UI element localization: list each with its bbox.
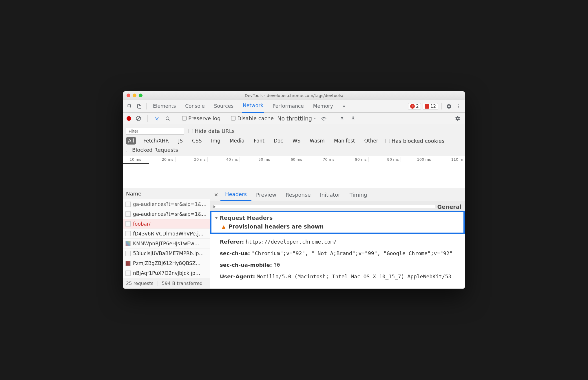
request-row[interactable]: nBjAqf1PuX7O2nvJbJck.jp… [123,268,210,278]
inspect-icon[interactable] [126,103,134,110]
blocked-requests-checkbox[interactable]: Blocked Requests [126,147,178,153]
request-row[interactable]: KMNWpnRJTP6eHJs1wEw… [123,239,210,249]
request-row[interactable]: fD43v6RiVCDlmo3WhVPe.j… [123,229,210,239]
header-row: sec-ch-ua-mobile: ?0 [210,259,465,271]
panel-tabs: Elements Console Sources Network Perform… [150,100,406,113]
has-blocked-cookies-checkbox[interactable]: Has blocked cookies [386,138,445,144]
close-icon[interactable] [127,94,130,97]
tab-network[interactable]: Network [242,100,264,113]
zoom-icon[interactable] [139,94,143,97]
type-media[interactable]: Media [228,137,246,145]
warning-icon: ▲ [222,224,225,229]
header-value: ?0 [274,262,280,268]
close-icon[interactable]: ✕ [212,192,220,198]
request-row[interactable]: 53IuclsjUVBaBME7MPRb.jp… [123,249,210,258]
tab-response[interactable]: Response [281,189,315,201]
tick: 50 ms [240,157,272,162]
header-value: Mozilla/5.0 (Macintosh; Intel Mac OS X 1… [257,273,451,279]
details-panel: ✕ Headers Preview Response Initiator Tim… [210,188,465,288]
tab-performance[interactable]: Performance [272,100,304,112]
tab-timing[interactable]: Timing [345,189,372,201]
panel-settings-icon[interactable] [454,115,461,122]
type-other[interactable]: Other [362,137,380,145]
hide-data-urls-checkbox[interactable]: Hide data URLs [189,128,235,134]
devtools-window: DevTools - developer.chrome.com/tags/dev… [123,91,465,289]
tab-headers[interactable]: Headers [220,188,251,201]
tab-initiator[interactable]: Initiator [315,189,345,201]
tab-sources[interactable]: Sources [213,100,234,112]
request-row[interactable]: ga-audiences?t=sr&aip=1&… [123,199,210,209]
details-tabs: ✕ Headers Preview Response Initiator Tim… [210,188,465,201]
request-name: ga-audiences?t=sr&aip=1&… [133,201,207,207]
type-css[interactable]: CSS [190,137,204,145]
provisional-warning-label: Provisional headers are shown [228,223,324,230]
section-request-headers-label: Request Headers [220,215,273,221]
section-request-headers[interactable]: Request Headers [215,215,460,221]
request-row[interactable]: PzmJZBgZBJ612Hy8QBSZ… [123,258,210,268]
svg-point-4 [458,106,459,107]
type-wasm[interactable]: Wasm [308,137,327,145]
header-row: User-Agent: Mozilla/5.0 (Macintosh; Inte… [210,271,465,282]
type-ws[interactable]: WS [291,137,303,145]
filter-input[interactable] [126,127,184,135]
type-fetch-xhr[interactable]: Fetch/XHR [141,137,171,145]
throttling-select[interactable]: No throttling [277,115,317,122]
settings-icon[interactable] [445,103,453,110]
file-icon [125,221,131,226]
split-view: Name ga-audiences?t=sr&aip=1&… ga-audien… [123,188,465,289]
kebab-icon[interactable] [454,103,462,110]
tab-memory[interactable]: Memory [313,100,334,112]
minimize-icon[interactable] [133,94,136,97]
tick: 70 ms [304,157,336,162]
errors-badge[interactable]: ✕ 2 [408,103,421,109]
preserve-log-checkbox[interactable]: Preserve log [182,115,220,121]
header-value: "Chromium";v="92", " Not A;Brand";v="99"… [252,250,453,256]
header-row: sec-ch-ua: "Chromium";v="92", " Not A;Br… [210,248,465,259]
network-conditions-icon[interactable] [320,115,328,122]
timeline-overview[interactable]: 10 ms 20 ms 30 ms 40 ms 50 ms 60 ms 70 m… [123,156,465,188]
request-name: fD43v6RiVCDlmo3WhVPe.j… [133,231,204,237]
tabs-overflow-icon[interactable]: » [342,100,346,112]
divider [177,115,177,122]
requests-panel: Name ga-audiences?t=sr&aip=1&… ga-audien… [123,188,210,288]
upload-icon[interactable] [338,115,346,122]
image-icon [125,241,131,246]
chevron-right-icon [213,205,435,208]
tab-preview[interactable]: Preview [251,189,281,201]
timeline-bar [123,163,149,164]
requests-header: Name [123,188,210,199]
clear-icon[interactable] [135,115,142,122]
type-js[interactable]: JS [176,137,185,145]
type-manifest[interactable]: Manifest [332,137,357,145]
record-icon[interactable] [127,116,131,121]
tick: 90 ms [369,157,401,162]
divider [333,115,333,122]
svg-point-3 [458,104,459,105]
disable-cache-checkbox[interactable]: Disable cache [231,115,274,121]
type-doc[interactable]: Doc [272,137,285,145]
request-row-error[interactable]: foobar/ [123,219,210,229]
device-icon[interactable] [135,103,143,110]
timeline-chart[interactable] [123,162,465,188]
blocked-requests-label: Blocked Requests [132,147,178,153]
type-all[interactable]: All [126,137,136,145]
file-icon [125,271,131,276]
filter-icon[interactable] [153,115,160,122]
request-row[interactable]: ga-audiences?t=sr&aip=1&… [123,209,210,219]
file-icon [125,202,131,207]
download-icon[interactable] [349,115,357,122]
request-name: ga-audiences?t=sr&aip=1&… [133,211,207,217]
issues-badge[interactable]: ! 12 [423,103,438,109]
header-row: Referer: https://developer.chrome.com/ [210,236,465,248]
divider [226,115,226,122]
requests-list[interactable]: ga-audiences?t=sr&aip=1&… ga-audiences?t… [123,199,210,278]
image-icon [125,261,131,266]
timeline-ruler: 10 ms 20 ms 30 ms 40 ms 50 ms 60 ms 70 m… [123,156,465,162]
throttling-label: No throttling [277,115,312,122]
tab-elements[interactable]: Elements [152,100,176,112]
type-img[interactable]: Img [209,137,222,145]
svg-point-5 [458,107,459,108]
type-font[interactable]: Font [252,137,266,145]
search-icon[interactable] [164,115,171,122]
tab-console[interactable]: Console [185,100,205,112]
